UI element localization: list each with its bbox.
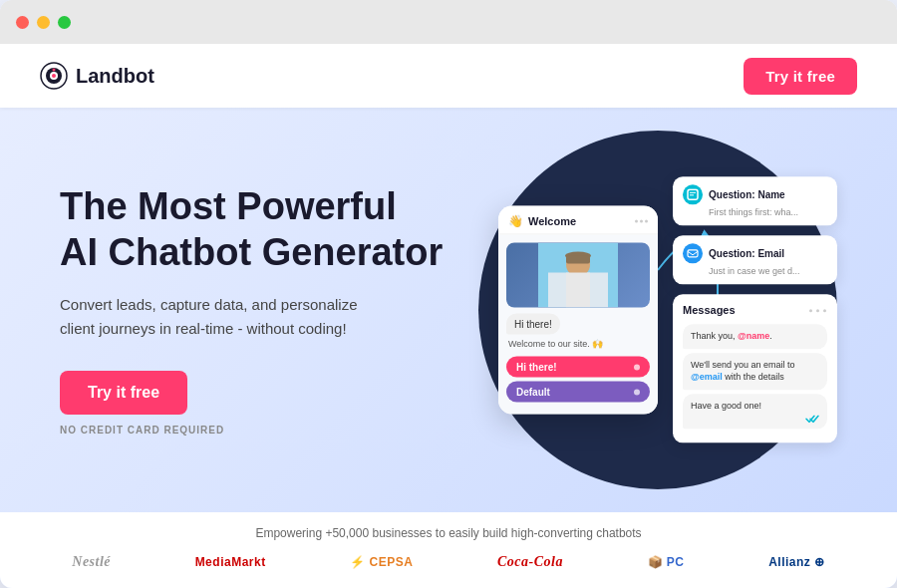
brand-pc: 📦 PC bbox=[648, 555, 685, 569]
brand-allianz: Allianz ⊕ bbox=[768, 555, 825, 569]
empowering-text: Empowering +50,000 businesses to easily … bbox=[40, 526, 857, 540]
msg-bubble-3: Have a good one! bbox=[683, 394, 827, 430]
chat-bubble-welcome: Welcome to our site. 🙌 bbox=[506, 339, 650, 349]
hero-left: The Most Powerful AI Chatbot Generator C… bbox=[60, 184, 478, 436]
brand-nestle: Nestlé bbox=[72, 554, 111, 570]
brand-logos-row: Nestlé MediaMarkt ⚡ CEPSA Coca-Cola 📦 PC… bbox=[40, 554, 857, 570]
no-credit-label: NO CREDIT CARD REQUIRED bbox=[60, 425, 478, 436]
phone-body: Hi there! Welcome to our site. 🙌 Hi ther… bbox=[498, 235, 658, 415]
brand-mediamarkt: MediaMarkt bbox=[195, 555, 266, 569]
msg-bubble-1: Thank you, @name. bbox=[683, 324, 827, 349]
flow-card-email: Question: Email Just in case we get d... bbox=[673, 235, 837, 284]
flow-card-name: Question: Name First things first: wha..… bbox=[673, 176, 837, 225]
email-icon bbox=[683, 243, 703, 263]
phone-header: 👋 Welcome bbox=[498, 206, 658, 235]
window-controls bbox=[16, 16, 71, 29]
svg-point-4 bbox=[53, 69, 56, 72]
svg-rect-14 bbox=[688, 250, 698, 257]
header-try-btn[interactable]: Try it free bbox=[744, 58, 857, 95]
chat-image bbox=[506, 243, 650, 308]
svg-point-3 bbox=[52, 74, 56, 78]
email-card-title: Question: Email bbox=[709, 248, 784, 259]
name-card-sub: First things first: wha... bbox=[709, 207, 827, 217]
site-header: Landbot Try it free bbox=[0, 44, 897, 108]
messages-title: Messages bbox=[683, 304, 736, 316]
welcome-emoji: 👋 bbox=[508, 214, 523, 228]
messages-menu bbox=[808, 309, 827, 312]
chat-bubble-hi: Hi there! bbox=[506, 314, 560, 335]
brand-cepsa: ⚡ CEPSA bbox=[350, 555, 413, 569]
maximize-dot[interactable] bbox=[58, 16, 71, 29]
name-card-title: Question: Name bbox=[709, 189, 785, 200]
browser-titlebar bbox=[0, 0, 897, 44]
brand-cocacola: Coca-Cola bbox=[497, 554, 563, 570]
main-section: The Most Powerful AI Chatbot Generator C… bbox=[0, 108, 897, 512]
hero-cta-btn[interactable]: Try it free bbox=[60, 371, 187, 415]
bottom-section: Empowering +50,000 businesses to easily … bbox=[0, 512, 897, 588]
phone-mockup: 👋 Welcome bbox=[498, 206, 658, 415]
person-illustration bbox=[538, 243, 618, 308]
svg-rect-10 bbox=[566, 256, 590, 264]
hero-subtext: Convert leads, capture data, and persona… bbox=[60, 293, 389, 341]
hero-headline: The Most Powerful AI Chatbot Generator bbox=[60, 184, 478, 275]
page-content: Landbot Try it free The Most Powerful AI… bbox=[0, 44, 897, 588]
logo-icon bbox=[40, 62, 68, 90]
phone-menu-dots bbox=[635, 219, 648, 222]
read-tick bbox=[805, 416, 819, 424]
browser-window: Landbot Try it free The Most Powerful AI… bbox=[0, 0, 897, 588]
minimize-dot[interactable] bbox=[37, 16, 50, 29]
svg-rect-8 bbox=[566, 273, 590, 308]
phone-title: Welcome bbox=[528, 215, 576, 227]
msg-bubble-2: We'll send you an email to @email with t… bbox=[683, 353, 827, 390]
email-card-sub: Just in case we get d... bbox=[709, 266, 827, 276]
chat-option-hi[interactable]: Hi there! bbox=[506, 357, 650, 378]
name-icon bbox=[683, 184, 703, 204]
close-dot[interactable] bbox=[16, 16, 29, 29]
hero-illustration: 👋 Welcome bbox=[478, 111, 837, 509]
logo-text: Landbot bbox=[76, 65, 154, 88]
logo: Landbot bbox=[40, 62, 154, 90]
messages-card: Messages Thank you, @name. We'll send y bbox=[673, 294, 837, 442]
flow-cards: Question: Name First things first: wha..… bbox=[673, 176, 837, 442]
chat-option-default[interactable]: Default bbox=[506, 382, 650, 403]
